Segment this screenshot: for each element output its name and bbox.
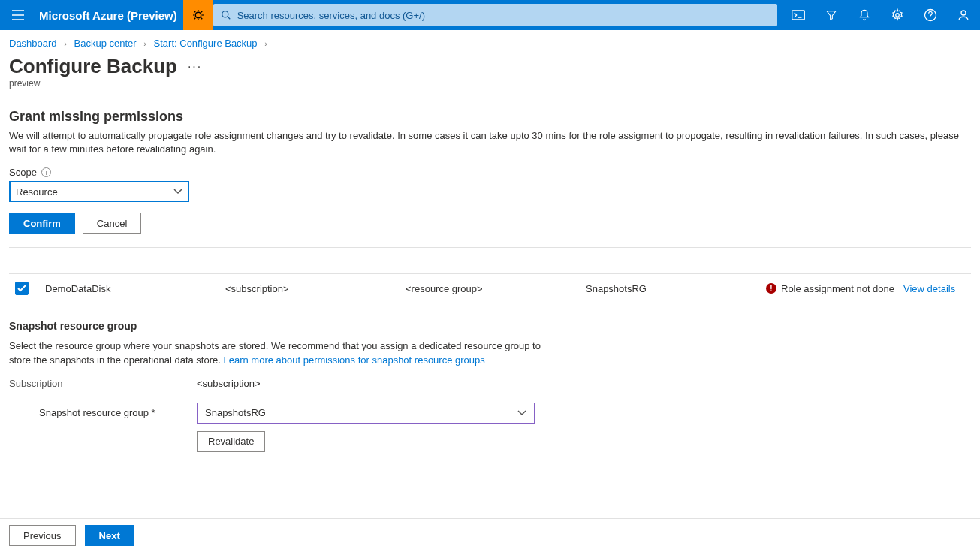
filter-icon xyxy=(825,9,837,21)
snapshot-rg-row: Snapshot resource group * SnapshotsRG xyxy=(9,403,971,424)
account-button[interactable] xyxy=(947,0,980,30)
bell-icon xyxy=(858,8,870,22)
svg-point-1 xyxy=(222,11,228,17)
snapshot-rg-select-value: SnapshotsRG xyxy=(205,407,266,418)
chevron-down-icon xyxy=(517,410,526,416)
help-icon xyxy=(924,8,937,22)
chevron-right-icon: › xyxy=(59,39,71,48)
permissions-button-row: Confirm Cancel xyxy=(9,213,971,234)
hamburger-menu-button[interactable] xyxy=(0,0,36,30)
revalidate-button[interactable]: Revalidate xyxy=(197,431,265,452)
error-icon: ! xyxy=(766,283,776,294)
row-status-text: Role assignment not done xyxy=(781,283,894,294)
permissions-section: Grant missing permissions We will attemp… xyxy=(0,98,980,309)
confirm-button[interactable]: Confirm xyxy=(9,213,75,234)
person-icon xyxy=(957,8,970,22)
page-subtitle: preview xyxy=(0,78,980,98)
permissions-heading: Grant missing permissions xyxy=(9,109,971,125)
scope-select[interactable]: Resource xyxy=(9,181,189,202)
directories-filter-button[interactable] xyxy=(815,0,848,30)
subscription-row: Subscription <subscription> xyxy=(9,378,971,389)
cancel-button[interactable]: Cancel xyxy=(83,213,141,234)
cloud-shell-icon xyxy=(792,10,805,20)
row-checkbox-cell xyxy=(9,282,39,295)
snapshot-learn-more-link[interactable]: Learn more about permissions for snapsho… xyxy=(223,354,484,366)
snapshot-section: Snapshot resource group Select the resou… xyxy=(0,309,980,465)
snapshot-description: Select the resource group where your sna… xyxy=(9,339,542,366)
scope-select-value: Resource xyxy=(16,186,58,198)
snapshot-rg-label: Snapshot resource group * xyxy=(9,407,197,418)
resources-table: DemoDataDisk <subscription> <resource gr… xyxy=(9,247,971,303)
view-details-link[interactable]: View details xyxy=(903,283,955,294)
chevron-down-icon xyxy=(173,189,182,195)
gear-icon xyxy=(891,8,904,22)
snapshot-heading: Snapshot resource group xyxy=(9,320,971,332)
permissions-body: We will attempt to automatically propaga… xyxy=(9,129,971,156)
row-snapshot-rg: SnapshotsRG xyxy=(580,283,760,294)
help-button[interactable] xyxy=(914,0,947,30)
search-input[interactable] xyxy=(237,10,770,21)
settings-button[interactable] xyxy=(881,0,914,30)
brand-title: Microsoft Azure (Preview) xyxy=(36,9,183,22)
bug-icon xyxy=(191,8,205,22)
subscription-value: <subscription> xyxy=(197,378,261,389)
top-icon-group xyxy=(782,0,980,30)
revalidate-row: Revalidate xyxy=(9,431,971,452)
table-row: DemoDataDisk <subscription> <resource gr… xyxy=(9,274,971,303)
subscription-label: Subscription xyxy=(9,378,197,389)
row-status-cell: ! Role assignment not done View details xyxy=(760,283,971,294)
chevron-right-icon: › xyxy=(260,39,272,48)
scope-label-text: Scope xyxy=(9,167,37,178)
row-resource-group: <resource group> xyxy=(400,283,580,294)
notifications-button[interactable] xyxy=(848,0,881,30)
svg-rect-2 xyxy=(792,11,805,20)
row-name: DemoDataDisk xyxy=(39,283,219,294)
title-row: Configure Backup ··· xyxy=(0,53,980,78)
cloud-shell-button[interactable] xyxy=(782,0,815,30)
chevron-right-icon: › xyxy=(139,39,151,48)
svg-point-0 xyxy=(195,12,201,18)
breadcrumb: Dashboard › Backup center › Start: Confi… xyxy=(0,30,980,53)
preview-bug-button[interactable] xyxy=(183,0,213,30)
title-more-button[interactable]: ··· xyxy=(188,60,202,74)
check-icon xyxy=(17,285,26,292)
top-bar: Microsoft Azure (Preview) xyxy=(0,0,980,30)
row-subscription: <subscription> xyxy=(219,283,400,294)
search-bar[interactable] xyxy=(213,4,777,26)
scope-label: Scope i xyxy=(9,167,971,178)
row-checkbox[interactable] xyxy=(15,282,29,295)
search-icon xyxy=(221,10,231,20)
table-header xyxy=(9,247,971,274)
breadcrumb-item-dashboard[interactable]: Dashboard xyxy=(9,38,57,49)
breadcrumb-item-backup-center[interactable]: Backup center xyxy=(74,38,137,49)
page-title: Configure Backup xyxy=(9,55,177,78)
hamburger-icon xyxy=(12,10,24,20)
info-icon[interactable]: i xyxy=(41,167,51,177)
svg-point-3 xyxy=(896,14,900,17)
breadcrumb-item-configure-backup[interactable]: Start: Configure Backup xyxy=(154,38,258,49)
svg-point-5 xyxy=(961,11,966,15)
snapshot-rg-select[interactable]: SnapshotsRG xyxy=(197,403,535,424)
